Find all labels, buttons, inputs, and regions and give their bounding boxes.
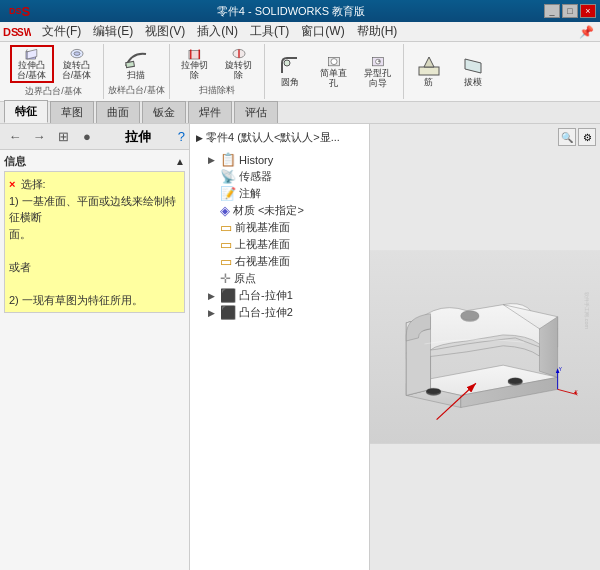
- svg-point-33: [426, 388, 441, 394]
- 3d-part-svg: Y X 软件手工网.com: [370, 124, 600, 570]
- toolbar: 拉伸凸台/基体 旋转凸台/基体 边界凸台/基体 扫描 放样凸台/基体: [0, 42, 600, 102]
- tree-item-front-plane[interactable]: ▶ ▭ 前视基准面: [194, 219, 365, 236]
- title-bar: DS S 零件4 - SOLIDWORKS 教育版 _ □ ×: [0, 0, 600, 22]
- menu-window[interactable]: 窗口(W): [295, 21, 350, 42]
- menu-bar: DS SW 文件(F) 编辑(E) 视图(V) 插入(N) 工具(T) 窗口(W…: [0, 22, 600, 42]
- tree-item-top-plane[interactable]: ▶ ▭ 上视基准面: [194, 236, 365, 253]
- minimize-button[interactable]: _: [544, 4, 560, 18]
- tree-item-material[interactable]: ▶ ◈ 材质 <未指定>: [194, 202, 365, 219]
- sweep-cut-label: 扫描除料: [199, 84, 235, 97]
- revolve-boss-button[interactable]: 旋转凸台/基体: [56, 46, 98, 82]
- solidworks-logo: DS SW: [2, 23, 32, 41]
- title-controls[interactable]: _ □ ×: [544, 4, 596, 18]
- fillet-label: 圆角: [281, 78, 299, 88]
- sweep-button[interactable]: 扫描: [115, 46, 157, 82]
- feature-tree: ▶ 零件4 (默认人<默认人>显... ▶ 📋 History ▶ 📡 传感器 …: [190, 124, 370, 570]
- grid-button[interactable]: ⊞: [52, 127, 74, 147]
- simple-hole-label: 简单直孔: [320, 69, 347, 89]
- rib-label: 筋: [424, 78, 433, 88]
- tree-arrow-boss2: ▶: [208, 308, 218, 318]
- svg-text:DS: DS: [3, 26, 18, 38]
- tree-label-boss-extrude1: 凸台-拉伸1: [239, 288, 293, 303]
- cut-revolve-label: 旋转切除: [225, 61, 252, 81]
- tab-features[interactable]: 特征: [4, 100, 48, 123]
- tree-item-boss-extrude1[interactable]: ▶ ⬛ 凸台-拉伸1: [194, 287, 365, 304]
- tree-arrow-boss1: ▶: [208, 291, 218, 301]
- tab-weldments[interactable]: 焊件: [188, 101, 232, 123]
- forward-button[interactable]: →: [28, 127, 50, 147]
- tree-item-annotations[interactable]: ▶ 📝 注解: [194, 185, 365, 202]
- rib-button[interactable]: 筋: [408, 54, 450, 90]
- close-button[interactable]: ×: [580, 4, 596, 18]
- svg-text:✦: ✦: [376, 59, 380, 64]
- tree-item-boss-extrude2[interactable]: ▶ ⬛ 凸台-拉伸2: [194, 304, 365, 321]
- tree-label-material: 材质 <未指定>: [233, 203, 304, 218]
- boundary-boss-label: 边界凸台/基体: [25, 85, 82, 98]
- info-collapse-arrow: ▲: [175, 156, 185, 167]
- cut-revolve-button[interactable]: 旋转切除: [218, 46, 260, 82]
- toolbar-section-extrude: 拉伸凸台/基体 旋转凸台/基体 边界凸台/基体: [4, 44, 104, 99]
- tab-surface[interactable]: 曲面: [96, 101, 140, 123]
- info-content: × 选择: 1) 一基准面、平面或边线来绘制特征横断 面。 或者 2) 一现有草…: [4, 171, 185, 313]
- svg-point-15: [331, 58, 337, 64]
- tree-item-sensors[interactable]: ▶ 📡 传感器: [194, 168, 365, 185]
- tab-bar: 特征 草图 曲面 钣金 焊件 评估: [0, 102, 600, 124]
- tree-item-origin[interactable]: ▶ ✛ 原点: [194, 270, 365, 287]
- fillet-button[interactable]: 圆角: [269, 54, 311, 90]
- info-line2: 面。: [9, 228, 31, 240]
- error-mark: ×: [9, 178, 15, 190]
- circle-button[interactable]: ●: [76, 127, 98, 147]
- tree-arrow-history: ▶: [208, 155, 218, 165]
- info-line3: 2) 一现有草图为特征所用。: [9, 294, 143, 306]
- cut-extrude-label: 拉伸切除: [181, 61, 208, 81]
- settings-button[interactable]: ⚙: [578, 128, 596, 146]
- toolbar-section-sweep: 扫描 放样凸台/基体: [104, 44, 170, 99]
- draft-button[interactable]: 拔模: [452, 54, 494, 90]
- tree-item-history[interactable]: ▶ 📋 History: [194, 151, 365, 168]
- extrude-boss-label: 拉伸凸台/基体: [17, 61, 47, 81]
- tree-label-boss-extrude2: 凸台-拉伸2: [239, 305, 293, 320]
- menu-edit[interactable]: 编辑(E): [87, 21, 139, 42]
- extrude-boss-button[interactable]: 拉伸凸台/基体: [10, 45, 54, 83]
- menu-view[interactable]: 视图(V): [139, 21, 191, 42]
- svg-marker-20: [424, 57, 434, 67]
- content-area: ▶ 零件4 (默认人<默认人>显... ▶ 📋 History ▶ 📡 传感器 …: [190, 124, 600, 570]
- app-logo: DS S: [4, 2, 34, 20]
- cut-extrude-button[interactable]: 拉伸切除: [174, 46, 216, 82]
- tree-label-origin: 原点: [234, 271, 256, 286]
- hole-wizard-button[interactable]: ✦ 异型孔向导: [357, 54, 399, 90]
- search-button[interactable]: 🔍: [558, 128, 576, 146]
- loft-boss-label: 放样凸台/基体: [108, 84, 165, 97]
- revolve-boss-label: 旋转凸台/基体: [62, 61, 92, 81]
- svg-point-35: [508, 378, 523, 384]
- 3d-view[interactable]: Y X 软件手工网.com 🔍 ⚙: [370, 124, 600, 570]
- tab-sheet-metal[interactable]: 钣金: [142, 101, 186, 123]
- tree-label-history: History: [239, 154, 273, 166]
- tree-item-right-plane[interactable]: ▶ ▭ 右视基准面: [194, 253, 365, 270]
- menu-insert[interactable]: 插入(N): [191, 21, 244, 42]
- simple-hole-button[interactable]: 简单直孔: [313, 54, 355, 90]
- info-select-label: 选择:: [21, 178, 46, 190]
- view-toolbar: 🔍 ⚙: [558, 128, 596, 146]
- menu-help[interactable]: 帮助(H): [351, 21, 404, 42]
- left-panel: ← → ⊞ ● 拉伸 ? 信息 ▲ × 选择: 1) 一基准面、平面或边线来绘制…: [0, 124, 190, 570]
- svg-marker-21: [465, 59, 481, 73]
- draft-label: 拔模: [464, 78, 482, 88]
- menu-tools[interactable]: 工具(T): [244, 21, 295, 42]
- back-button[interactable]: ←: [4, 127, 26, 147]
- sweep-label: 扫描: [127, 71, 145, 81]
- tree-label-sensors: 传感器: [239, 169, 272, 184]
- help-icon[interactable]: ?: [178, 129, 185, 144]
- panel-toolbar: ← → ⊞ ● 拉伸 ?: [0, 124, 189, 150]
- panel-title: 拉伸: [100, 128, 176, 146]
- toolbar-section-fillet: 圆角 简单直孔 ✦ 异型孔向导: [265, 44, 404, 99]
- main-content: ← → ⊞ ● 拉伸 ? 信息 ▲ × 选择: 1) 一基准面、平面或边线来绘制…: [0, 124, 600, 570]
- tree-root[interactable]: ▶ 零件4 (默认人<默认人>显...: [194, 128, 365, 147]
- info-header[interactable]: 信息 ▲: [4, 154, 185, 169]
- maximize-button[interactable]: □: [562, 4, 578, 18]
- window-title: 零件4 - SOLIDWORKS 教育版: [38, 4, 544, 19]
- menu-file[interactable]: 文件(F): [36, 21, 87, 42]
- svg-line-4: [25, 49, 26, 51]
- tab-sketch[interactable]: 草图: [50, 101, 94, 123]
- tab-evaluate[interactable]: 评估: [234, 101, 278, 123]
